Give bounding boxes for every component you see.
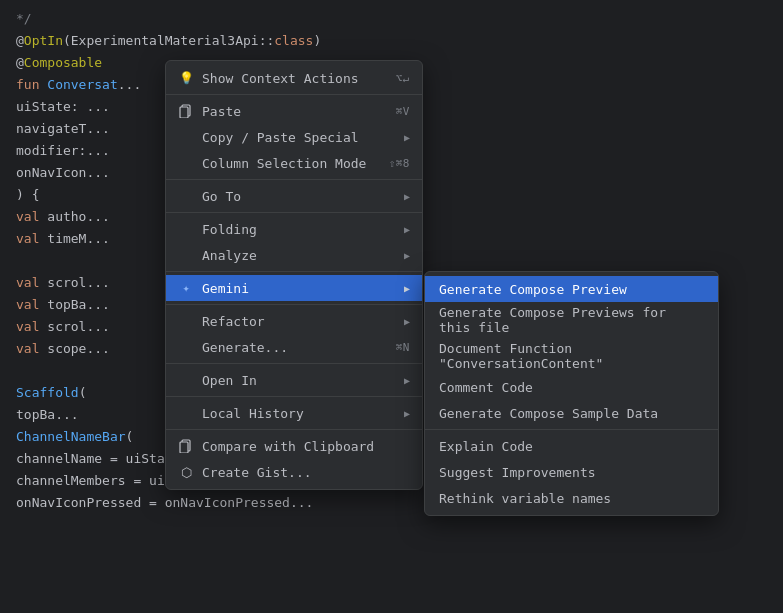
gemini-submenu-separator [425,429,718,430]
submenu-arrow: ▶ [404,316,410,327]
submenu-label-generate-compose-preview: Generate Compose Preview [439,282,627,297]
menu-label-open-in: Open In [202,373,257,388]
submenu-item-generate-compose-preview[interactable]: Generate Compose Preview [425,276,718,302]
code-line: @OptIn(ExperimentalMaterial3Api::class) [0,30,783,52]
primary-context-menu[interactable]: 💡 Show Context Actions ⌥↵ Paste ⌘V [165,60,423,490]
menu-item-gemini[interactable]: ✦ Gemini ▶ Generate Compose Preview Gene… [166,275,422,301]
separator-3 [166,212,422,213]
menu-item-compare-with-clipboard[interactable]: Compare with Clipboard [166,433,422,459]
submenu-item-rethink-variable-names[interactable]: Rethink variable names [425,485,718,511]
submenu-arrow: ▶ [404,375,410,386]
submenu-arrow: ▶ [404,250,410,261]
submenu-arrow: ▶ [404,191,410,202]
submenu-label-explain-code: Explain Code [439,439,533,454]
menu-item-column-selection-mode[interactable]: Column Selection Mode ⇧⌘8 [166,150,422,176]
shortcut-column-selection: ⇧⌘8 [389,157,410,170]
menu-item-analyze[interactable]: Analyze ▶ [166,242,422,268]
lightbulb-icon: 💡 [178,70,194,86]
menu-label-go-to: Go To [202,189,241,204]
svg-rect-3 [180,442,188,453]
refactor-icon [178,313,194,329]
submenu-label-document-function: Document Function "ConversationContent" [439,341,704,371]
menu-item-paste[interactable]: Paste ⌘V [166,98,422,124]
separator-6 [166,363,422,364]
compare-clipboard-icon [178,438,194,454]
menu-label-folding: Folding [202,222,257,237]
gemini-icon: ✦ [178,280,194,296]
folding-icon [178,221,194,237]
submenu-label-generate-compose-previews-file: Generate Compose Previews for this file [439,305,704,335]
submenu-item-comment-code[interactable]: Comment Code [425,374,718,400]
submenu-arrow: ▶ [404,224,410,235]
gist-icon: ⬡ [178,464,194,480]
submenu-label-rethink-variable-names: Rethink variable names [439,491,611,506]
separator-2 [166,179,422,180]
separator-4 [166,271,422,272]
submenu-item-generate-compose-sample[interactable]: Generate Compose Sample Data [425,400,718,426]
menu-label-create-gist: Create Gist... [202,465,312,480]
menu-item-create-gist[interactable]: ⬡ Create Gist... [166,459,422,485]
analyze-icon [178,247,194,263]
menu-item-generate[interactable]: Generate... ⌘N [166,334,422,360]
menu-label-show-context-actions: Show Context Actions [202,71,359,86]
menu-label-column-selection-mode: Column Selection Mode [202,156,366,171]
submenu-label-comment-code: Comment Code [439,380,533,395]
separator-1 [166,94,422,95]
submenu-arrow: ▶ [404,408,410,419]
context-menu-overlay: 💡 Show Context Actions ⌥↵ Paste ⌘V [165,60,423,490]
menu-label-compare-with-clipboard: Compare with Clipboard [202,439,374,454]
generate-icon [178,339,194,355]
menu-label-analyze: Analyze [202,248,257,263]
open-in-icon [178,372,194,388]
svg-rect-1 [180,107,188,118]
menu-item-local-history[interactable]: Local History ▶ [166,400,422,426]
separator-7 [166,396,422,397]
menu-item-show-context-actions[interactable]: 💡 Show Context Actions ⌥↵ [166,65,422,91]
menu-item-go-to[interactable]: Go To ▶ [166,183,422,209]
shortcut-generate: ⌘N [396,341,410,354]
separator-5 [166,304,422,305]
submenu-item-generate-compose-previews-file[interactable]: Generate Compose Previews for this file [425,302,718,338]
submenu-item-explain-code[interactable]: Explain Code [425,433,718,459]
column-selection-icon [178,155,194,171]
submenu-label-suggest-improvements: Suggest Improvements [439,465,596,480]
menu-item-copy-paste-special[interactable]: Copy / Paste Special ▶ [166,124,422,150]
gemini-submenu[interactable]: Generate Compose Preview Generate Compos… [424,271,719,516]
submenu-item-document-function[interactable]: Document Function "ConversationContent" [425,338,718,374]
menu-label-refactor: Refactor [202,314,265,329]
menu-label-gemini: Gemini [202,281,249,296]
submenu-label-generate-compose-sample: Generate Compose Sample Data [439,406,658,421]
menu-label-copy-paste-special: Copy / Paste Special [202,130,359,145]
go-to-icon [178,188,194,204]
menu-item-folding[interactable]: Folding ▶ [166,216,422,242]
code-line: */ [0,8,783,30]
submenu-item-suggest-improvements[interactable]: Suggest Improvements [425,459,718,485]
menu-item-open-in[interactable]: Open In ▶ [166,367,422,393]
shortcut-show-context-actions: ⌥↵ [396,72,410,85]
menu-item-refactor[interactable]: Refactor ▶ [166,308,422,334]
submenu-arrow: ▶ [404,283,410,294]
paste-icon [178,103,194,119]
separator-8 [166,429,422,430]
shortcut-paste: ⌘V [396,105,410,118]
menu-label-local-history: Local History [202,406,304,421]
menu-label-generate: Generate... [202,340,288,355]
menu-label-paste: Paste [202,104,241,119]
local-history-icon [178,405,194,421]
copy-paste-icon [178,129,194,145]
submenu-arrow: ▶ [404,132,410,143]
